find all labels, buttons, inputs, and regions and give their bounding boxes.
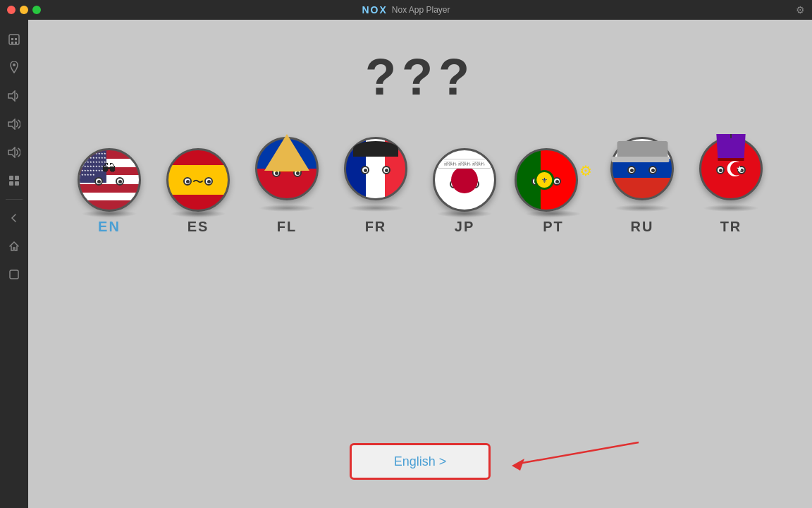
jp-eye-right [471, 180, 479, 188]
home-nav-icon[interactable] [1, 234, 27, 259]
lang-item-fr[interactable]: FR [337, 141, 414, 235]
lang-item-es[interactable]: 〜 ES [159, 148, 237, 235]
jp-headband: 頑張れ 頑張れ 頑張れ [438, 159, 491, 169]
english-button-label: English > [394, 454, 447, 469]
window-controls [7, 6, 41, 14]
lang-item-tr[interactable]: TR [692, 134, 770, 235]
en-ball [78, 148, 141, 212]
fl-shadow [259, 205, 315, 212]
fr-shadow [347, 205, 404, 212]
svg-line-14 [519, 442, 639, 464]
es-ball: 〜 [166, 148, 230, 212]
ru-hat [615, 141, 670, 162]
location-icon[interactable] [1, 55, 27, 80]
svg-rect-0 [9, 35, 19, 44]
svg-rect-10 [15, 176, 19, 180]
tr-shadow [703, 205, 759, 212]
ru-eye-right [648, 166, 657, 174]
fr-eye-left [361, 166, 369, 174]
ru-eyes [613, 166, 672, 174]
en-eyes [80, 177, 139, 186]
lang-item-pt[interactable]: ⚜ ⚙ PT [515, 148, 592, 235]
pt-code: PT [543, 219, 564, 235]
svg-marker-6 [8, 91, 15, 101]
es-shadow [170, 210, 226, 217]
square-nav-icon[interactable] [1, 262, 27, 287]
ru-shadow [614, 205, 670, 212]
settings-icon[interactable]: ⚙ [796, 4, 805, 16]
ru-code: RU [631, 219, 654, 235]
es-eye-left [183, 177, 192, 186]
app-title: NOX Nox App Player [362, 4, 450, 16]
sidebar-divider [6, 199, 23, 200]
tr-fez [715, 134, 747, 161]
titlebar: NOX Nox App Player ⚙ [0, 0, 812, 20]
svg-marker-15 [512, 459, 524, 471]
content-area: ??? 🕶 EN [28, 20, 812, 508]
svg-rect-3 [11, 42, 13, 44]
tr-code: TR [720, 219, 742, 235]
pt-cog: ⚙ [579, 162, 592, 179]
sidebar [0, 20, 28, 508]
jp-ball: 頑張れ 頑張れ 頑張れ [433, 148, 496, 212]
svg-rect-12 [15, 181, 19, 186]
en-eye-left [94, 177, 103, 186]
pt-ball: ⚜ [515, 148, 578, 212]
svg-marker-7 [8, 119, 15, 129]
ru-eye-left [627, 166, 636, 174]
pt-shadow [525, 210, 582, 217]
fr-code: FR [365, 219, 387, 235]
arrow-svg [505, 439, 646, 481]
back-icon[interactable] [1, 205, 27, 231]
apps-icon[interactable] [1, 168, 27, 193]
svg-rect-9 [9, 176, 13, 180]
question-marks: ??? [365, 48, 475, 106]
jp-eyes [435, 180, 494, 188]
es-code: ES [187, 219, 209, 235]
lang-item-fl[interactable]: FL [248, 134, 326, 235]
svg-marker-8 [8, 147, 15, 157]
en-shadow [81, 210, 137, 217]
jp-shadow [436, 210, 493, 217]
maximize-button[interactable] [32, 6, 41, 14]
lang-item-jp[interactable]: 頑張れ 頑張れ 頑張れ JP [426, 148, 503, 235]
close-button[interactable] [7, 6, 16, 14]
svg-rect-4 [15, 42, 17, 44]
volume-up-icon[interactable] [1, 111, 27, 137]
minimize-button[interactable] [20, 6, 28, 14]
lang-item-ru[interactable]: RU [603, 141, 681, 235]
tr-eyes [701, 166, 761, 174]
tr-eye-right [737, 166, 746, 174]
en-eye-right [116, 177, 124, 186]
volume-down-icon[interactable] [1, 83, 27, 109]
home-icon[interactable] [1, 27, 27, 52]
english-button[interactable]: English > [350, 443, 491, 480]
fr-eyes [346, 166, 405, 174]
main-area: ??? 🕶 EN [0, 20, 812, 508]
arrow-indicator [505, 439, 646, 484]
svg-rect-13 [10, 270, 18, 279]
nox-logo: NOX [362, 4, 387, 16]
broadcast-icon[interactable] [1, 140, 27, 165]
pt-shield: ⚜ [534, 170, 554, 190]
lang-item-en[interactable]: 🕶 EN [70, 148, 148, 235]
button-area: English > [42, 443, 798, 480]
svg-rect-2 [15, 38, 17, 40]
language-row: 🕶 EN 〜 ES [70, 134, 770, 235]
svg-rect-11 [9, 181, 13, 186]
app-title-text: Nox App Player [392, 5, 450, 15]
fr-eye-right [382, 166, 390, 174]
svg-point-5 [13, 64, 16, 66]
svg-rect-1 [11, 38, 13, 40]
es-mustache: 〜 [192, 175, 204, 190]
es-eye-right [204, 177, 213, 186]
en-code: EN [98, 219, 121, 235]
fl-code: FL [277, 219, 297, 235]
jp-eye-left [450, 180, 458, 188]
tr-eye-left [716, 166, 725, 174]
jp-code: JP [455, 219, 474, 235]
